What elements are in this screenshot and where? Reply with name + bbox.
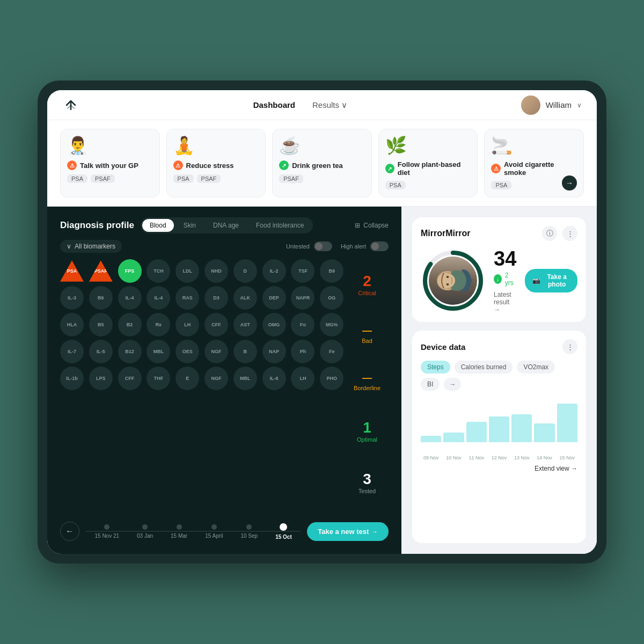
biomarker-b9[interactable]: B9 [320, 259, 343, 283]
timeline-dots: 15 Nov 21 03 Jan 15 Mar 15 April [79, 523, 307, 540]
biomarker-mg[interactable]: MG% [320, 313, 343, 336]
biomarker-filter[interactable]: ∨ All biomarkers [60, 240, 122, 253]
recommendation-5[interactable]: 🚬 ⚠ Avoid cigarette smoke PSA → [484, 129, 584, 197]
biomarker-ras[interactable]: RAS [175, 286, 199, 310]
take-photo-button[interactable]: 📷 Take a photo [525, 269, 577, 292]
biomarker-il4a[interactable]: IL-4 [118, 286, 142, 310]
tablet-screen: Dashboard Results ∨ William ∨ 👨‍⚕️ ⚠ [47, 90, 597, 554]
tab-skin[interactable]: Skin [176, 219, 203, 232]
biomarker-nhd[interactable]: NHD [204, 259, 228, 283]
nav-results[interactable]: Results ∨ [312, 100, 347, 110]
biomarker-b2[interactable]: B2 [118, 313, 142, 336]
biomarker-d3[interactable]: D3 [204, 286, 228, 310]
recommendation-3[interactable]: ☕ ↗ Drink green tea PSAF [272, 129, 372, 197]
biomarker-il6[interactable]: IL-6 [262, 367, 286, 390]
biomarker-il7[interactable]: IL-7 [60, 340, 84, 363]
recommendation-4[interactable]: 🌿 ↗ Follow plant-based diet PSA [378, 129, 478, 197]
diagnosis-title: Diagnosis profile [60, 220, 134, 231]
recommendation-2[interactable]: 🧘 ⚠ Reduce stress PSA PSAF [166, 129, 266, 197]
latest-result-link[interactable]: Latest result → [494, 291, 516, 313]
biomarker-rx[interactable]: Rx [147, 313, 170, 336]
biomarker-mbl2[interactable]: MBL [233, 367, 257, 390]
timeline-point-6[interactable]: 15 Oct [275, 523, 292, 540]
biomarker-il4b[interactable]: IL-4 [147, 286, 170, 310]
recommendation-1[interactable]: 👨‍⚕️ ⚠ Talk with your GP PSA PSAF [60, 129, 160, 197]
biomarker-hla[interactable]: HLA [60, 313, 84, 336]
biomarker-lh[interactable]: LH [175, 313, 199, 336]
extend-view-link[interactable]: Extend view → [421, 465, 577, 472]
biomarker-cff2[interactable]: CFF [118, 367, 142, 390]
avatar [521, 96, 540, 115]
biomarker-napr[interactable]: NAPR [291, 286, 314, 310]
tab-blood[interactable]: Blood [142, 219, 174, 232]
biomarker-pho[interactable]: PHO [320, 367, 343, 390]
untested-toggle[interactable]: Untested [286, 241, 332, 251]
right-panel: MirrorMirror ⓘ ⋮ [401, 207, 597, 554]
stress-icon: 🧘 [173, 137, 195, 154]
biomarker-mbl[interactable]: MBL [147, 340, 170, 363]
biomarker-ast[interactable]: AST [233, 313, 257, 336]
tab-food[interactable]: Food intolerance [248, 219, 311, 232]
recommendations-strip: 👨‍⚕️ ⚠ Talk with your GP PSA PSAF 🧘 ⚠ Re… [47, 120, 597, 207]
biomarker-b5[interactable]: B5 [89, 313, 113, 336]
biomarker-ldl[interactable]: LDL [175, 259, 199, 283]
nav-arrow[interactable]: → [562, 175, 577, 191]
biomarker-il1b[interactable]: IL-1b [60, 367, 84, 390]
biomarker-thf[interactable]: THF [147, 367, 170, 390]
biomarker-il3[interactable]: IL-3 [60, 286, 84, 310]
app-logo [62, 97, 79, 114]
biomarker-b[interactable]: B [233, 340, 257, 363]
timeline-point-4[interactable]: 15 April [205, 524, 223, 539]
collapse-button[interactable]: ⊞ Collapse [355, 222, 389, 229]
nav-dashboard[interactable]: Dashboard [253, 100, 295, 109]
biomarker-dep[interactable]: DEP [262, 286, 286, 310]
biomarker-tsf[interactable]: TSF [291, 259, 314, 283]
chart-labels: 09 Nov 10 Nov 11 Nov 12 Nov 13 Nov 14 No… [421, 455, 577, 460]
info-button[interactable]: ⓘ [542, 226, 557, 241]
biomarker-alk[interactable]: ALK [233, 286, 257, 310]
biomarker-ngf[interactable]: NGF [204, 340, 228, 363]
biomarker-nap[interactable]: NAP [262, 340, 286, 363]
biomarker-lh2[interactable]: LH [291, 367, 314, 390]
biomarker-fps[interactable]: FPS [118, 259, 142, 283]
stat-borderline-number: — [350, 372, 384, 384]
tab-dna-age[interactable]: DNA age [206, 219, 246, 232]
user-menu[interactable]: William ∨ [521, 96, 582, 115]
biomarker-d[interactable]: D [233, 259, 257, 283]
biomarker-oes[interactable]: OES [175, 340, 199, 363]
tabs-more-button[interactable]: → [444, 378, 461, 391]
high-alert-toggle[interactable]: High alert [341, 241, 389, 251]
biomarker-cff[interactable]: CFF [204, 313, 228, 336]
timeline-point-1[interactable]: 15 Nov 21 [94, 524, 119, 539]
biomarker-ph[interactable]: Ph [291, 340, 314, 363]
timeline-point-3[interactable]: 15 Mar [171, 524, 187, 539]
take-new-test-button[interactable]: Take a new test → [307, 522, 389, 541]
tab-calories[interactable]: Calories burned [455, 361, 513, 374]
tab-steps[interactable]: Steps [421, 361, 450, 374]
diagnosis-panel: Diagnosis profile Blood Skin DNA age Foo… [47, 207, 401, 554]
chart-label-6: 14 Nov [534, 455, 554, 460]
biomarker-fe[interactable]: Fe [320, 340, 343, 363]
biomarker-psa[interactable]: PSA [60, 259, 84, 283]
biomarker-lps[interactable]: LPS [89, 367, 113, 390]
bar-3 [466, 422, 487, 442]
biomarker-il5[interactable]: IL-5 [89, 340, 113, 363]
biomarker-b12[interactable]: B12 [118, 340, 142, 363]
timeline-point-2[interactable]: 03 Jan [137, 524, 153, 539]
more-button[interactable]: ⋮ [562, 226, 577, 241]
device-more-button[interactable]: ⋮ [562, 339, 577, 354]
timeline-point-5[interactable]: 10 Sep [240, 524, 258, 539]
biomarker-b6[interactable]: B6 [89, 286, 113, 310]
timeline-back-button[interactable]: ← [60, 522, 79, 541]
biomarker-il2[interactable]: IL-2 [262, 259, 286, 283]
tab-bi[interactable]: BI [421, 378, 440, 391]
biomarker-ngf2[interactable]: NGF [204, 367, 228, 390]
biomarker-omg[interactable]: OMG [262, 313, 286, 336]
biomarker-psaf[interactable]: PSAF [89, 259, 113, 283]
tab-vo2max[interactable]: VO2max [517, 361, 555, 374]
rec-tag: PSA [385, 181, 406, 189]
biomarker-tch[interactable]: TCH [147, 259, 170, 283]
biomarker-og[interactable]: OG [320, 286, 343, 310]
biomarker-e[interactable]: E [175, 367, 199, 390]
biomarker-fo[interactable]: Fo [291, 313, 314, 336]
